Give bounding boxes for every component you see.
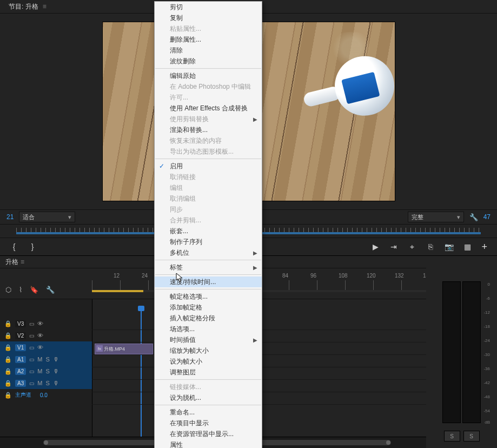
cursor-icon <box>176 273 183 282</box>
menu-edit-original[interactable]: 编辑原始 <box>155 70 262 81</box>
menu-adjustment-layer[interactable]: 调整图层 <box>155 367 262 378</box>
menu-render-replace[interactable]: 渲染和替换... <box>155 124 262 135</box>
menu-ungroup: 取消编组 <box>155 193 262 204</box>
track-headers: 🔒V3▭👁 🔒V2▭👁 🔒V1▭👁 🔒A1▭MS🎙 🔒A2▭MS🎙 🔒A3▭MS… <box>0 299 92 437</box>
track-a3[interactable]: 🔒A3▭MS🎙 <box>0 377 92 389</box>
menu-edit-ps: 在 Adobe Photoshop 中编辑 <box>155 81 262 92</box>
track-a1[interactable]: 🔒A1▭MS🎙 <box>0 353 92 365</box>
track-body[interactable]: fx升格.MP4 <box>92 299 434 437</box>
menu-make-offline[interactable]: 设为脱机... <box>155 392 262 403</box>
timeline-toolbar: ⬡ ⌇ 🔖 🔧 <box>5 286 55 294</box>
menu-copy[interactable]: 复制 <box>155 12 262 23</box>
menu-reveal-project[interactable]: 在项目中显示 <box>155 418 262 429</box>
menu-enable[interactable]: ✓启用 <box>155 161 262 172</box>
step-icon[interactable]: ⇥ <box>389 242 398 251</box>
menu-link-media: 链接媒体... <box>155 381 262 392</box>
play-icon[interactable]: ▶ <box>371 242 380 251</box>
marker-tool-icon[interactable]: 🔖 <box>30 286 38 294</box>
menu-time-interp[interactable]: 时间插值▶ <box>155 334 262 345</box>
menu-sync: 同步 <box>155 204 262 215</box>
menu-remove-attr[interactable]: 删除属性... <box>155 34 262 45</box>
zoom-dropdown[interactable]: 适合 <box>19 212 75 222</box>
track-v3[interactable]: 🔒V3▭👁 <box>0 318 92 330</box>
button-editor-icon[interactable]: + <box>481 241 487 253</box>
track-a2[interactable]: 🔒A2▭MS🎙 <box>0 365 92 377</box>
meter-right: 0 -6 -12 -18 -24 -30 -36 -42 -48 -54 dB <box>462 281 481 423</box>
menu-restore-unrendered: 恢复未渲染的内容 <box>155 135 262 146</box>
menu-merge: 合并剪辑... <box>155 215 262 226</box>
menu-reveal-explorer[interactable]: 在资源管理器中显示... <box>155 429 262 439</box>
menu-field-opts[interactable]: 场选项... <box>155 324 262 334</box>
left-timecode[interactable]: 21 <box>6 213 14 221</box>
meter-left <box>442 281 461 423</box>
menu-replace-clip: 使用剪辑替换▶ <box>155 114 262 124</box>
menu-rename[interactable]: 重命名... <box>155 407 262 418</box>
menu-multicam[interactable]: 多机位▶ <box>155 247 262 258</box>
menu-set-frame[interactable]: 设为帧大小 <box>155 356 262 367</box>
menu-group: 编组 <box>155 182 262 193</box>
menu-license: 许可... <box>155 92 262 103</box>
video-clip[interactable]: fx升格.MP4 <box>95 344 153 354</box>
menu-unlink: 取消链接 <box>155 172 262 182</box>
meter-solo-r[interactable]: S <box>463 431 480 442</box>
snap-icon[interactable]: ⬡ <box>5 286 11 294</box>
safe-icon[interactable]: ▦ <box>463 242 472 251</box>
lift-icon[interactable]: ⎘ <box>426 242 435 251</box>
audio-meters: 0 -6 -12 -18 -24 -30 -36 -42 -48 -54 dB … <box>426 255 497 448</box>
track-master[interactable]: 🔒主声道0.0 <box>0 389 92 401</box>
menu-frame-hold-opts[interactable]: 帧定格选项... <box>155 291 262 302</box>
context-menu: 剪切 复制 粘贴属性... 删除属性... 清除 波纹删除 编辑原始 在 Ado… <box>154 1 262 448</box>
track-v2[interactable]: 🔒V2▭👁 <box>0 330 92 341</box>
marker-icon[interactable]: ⌖ <box>408 242 416 251</box>
menu-speed-duration[interactable]: 速度/持续时间... <box>155 276 262 287</box>
meter-solo-l[interactable]: S <box>444 431 460 442</box>
quality-dropdown[interactable]: 完整 <box>408 212 464 222</box>
menu-insert-frame-hold[interactable]: 插入帧定格分段 <box>155 313 262 324</box>
menu-export-mogrt: 导出为动态图形模板... <box>155 146 262 157</box>
menu-ripple-delete[interactable]: 波纹删除 <box>155 56 262 67</box>
track-v1[interactable]: 🔒V1▭👁 <box>0 341 92 353</box>
menu-subsequence[interactable]: 制作子序列 <box>155 236 262 247</box>
right-timecode[interactable]: 47 <box>483 213 491 221</box>
settings-icon[interactable]: 🔧 <box>469 213 478 221</box>
mark-in-icon[interactable]: { <box>10 242 18 251</box>
camera-icon[interactable]: 📷 <box>445 242 453 251</box>
menu-nest[interactable]: 嵌套... <box>155 226 262 236</box>
menu-label[interactable]: 标签▶ <box>155 262 262 273</box>
tab-menu-icon[interactable]: ≡ <box>43 3 47 10</box>
link-icon[interactable]: ⌇ <box>19 286 22 294</box>
wrench-icon[interactable]: 🔧 <box>46 286 55 294</box>
mark-out-icon[interactable]: } <box>28 242 37 251</box>
menu-clear[interactable]: 清除 <box>155 45 262 56</box>
menu-replace-ae[interactable]: 使用 After Effects 合成替换 <box>155 103 262 114</box>
menu-properties[interactable]: 属性 <box>155 439 262 448</box>
menu-scale-frame[interactable]: 缩放为帧大小 <box>155 345 262 356</box>
menu-cut[interactable]: 剪切 <box>155 2 262 12</box>
menu-add-frame-hold[interactable]: 添加帧定格 <box>155 302 262 313</box>
program-tab[interactable]: 节目: 升格 <box>5 1 42 12</box>
menu-paste-attr: 粘贴属性... <box>155 23 262 34</box>
